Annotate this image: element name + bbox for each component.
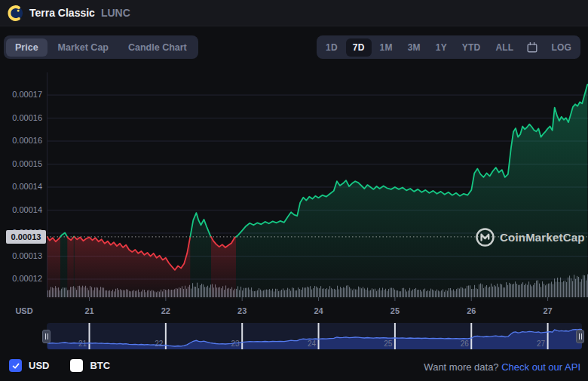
calendar-icon [527,42,537,53]
chart-type-toggle-group: PriceMarket CapCandle Chart [4,35,198,59]
navigator-canvas: 21222324252627 [47,323,582,349]
y-axis-label: 0.00017 [5,90,42,99]
page-header: Terra Classic LUNC [0,0,588,26]
range-button-7d[interactable]: 7D [346,38,372,57]
log-scale-button[interactable]: LOG [544,38,578,57]
navigator-day-label: 26 [461,340,470,348]
axis-unit-label: USD [6,306,42,315]
btc-checkbox-unchecked[interactable] [70,359,83,372]
handle-grip-icon [579,333,580,340]
y-axis-label: 0.00016 [5,113,42,122]
range-button-3m[interactable]: 3M [401,38,427,57]
promo-text: Want more data? [424,361,498,373]
navigator-day-label: 25 [384,340,393,348]
range-button-1m[interactable]: 1M [373,38,400,57]
navigator-day-label: 24 [308,340,317,348]
y-axis-label: 0.00014 [5,205,42,214]
usd-checkbox-checked[interactable] [9,359,22,372]
y-axis-label: 0.00016 [5,136,42,145]
current-price-tag: 0.00013 [6,230,46,244]
coinmarketcap-logo-icon [475,227,495,247]
btc-toggle[interactable]: BTC [70,359,110,372]
calendar-button[interactable] [522,39,543,56]
navigator-left-handle[interactable] [42,330,51,343]
y-axis-label: 0.00014 [5,182,42,191]
x-axis-label: 22 [149,306,182,315]
navigator-right-handle[interactable] [576,330,584,343]
x-axis-label: 26 [455,306,488,315]
x-axis-label: 25 [378,306,412,315]
y-axis-label: 0.00015 [5,159,42,168]
price-chart[interactable] [47,72,588,299]
handle-grip-icon [45,333,46,340]
usd-toggle[interactable]: USD [9,359,49,372]
chart-type-price[interactable]: Price [6,38,47,57]
y-axis-label: 0.00012 [5,274,42,283]
page-title: Terra Classic [29,7,95,19]
range-button-1d[interactable]: 1D [319,38,345,57]
currency-toggles: USD BTC [9,359,110,372]
range-button-1y[interactable]: 1Y [429,38,454,57]
chart-type-market-cap[interactable]: Market Cap [49,38,118,57]
range-button-all[interactable]: ALL [488,38,520,57]
terra-classic-logo-icon [8,5,23,21]
chart-navigator[interactable]: 21222324252627 [47,323,582,349]
x-axis-label: 27 [531,306,565,315]
api-promo: Want more data? Check out our API [424,361,580,373]
usd-label: USD [29,360,49,371]
coin-symbol: LUNC [101,7,130,19]
navigator-day-label: 27 [537,340,546,348]
x-axis-label: 23 [225,306,259,315]
x-axis-label: 24 [302,306,335,315]
y-axis-label: 0.00013 [5,251,42,260]
handle-grip-icon [47,333,48,340]
api-link[interactable]: Check out our API [501,361,580,373]
watermark-label: CoinMarketCap [500,231,585,244]
checkmark-icon [11,361,20,370]
range-button-ytd[interactable]: YTD [455,38,488,57]
btc-label: BTC [90,360,110,371]
handle-grip-icon [581,333,582,340]
chart-type-candle-chart[interactable]: Candle Chart [119,38,196,57]
page: { "header": { "title": "Terra Classic", … [0,0,588,381]
x-axis-label: 21 [73,306,106,315]
navigator-day-label: 22 [155,340,164,348]
watermark: CoinMarketCap [475,227,585,247]
date-range-toggle-group: 1D7D1M3M1YYTDALL LOG [317,35,580,59]
